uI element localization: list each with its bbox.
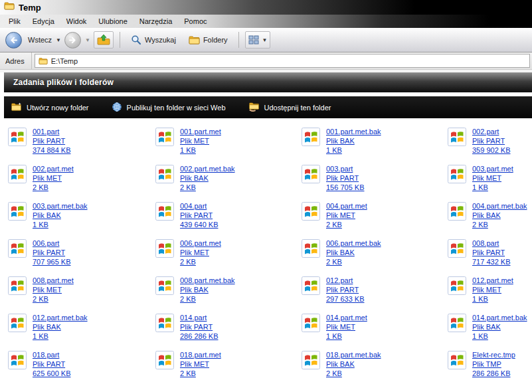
file-tile[interactable]: 002.part Plik PART 359 902 KB [446, 126, 532, 163]
file-name[interactable]: 018.part.met [180, 350, 221, 359]
file-tile[interactable]: 004.part.met.bak Plik BAK 2 KB [446, 201, 532, 238]
file-name[interactable]: 003.part [326, 164, 365, 173]
address-value[interactable]: E:\Temp [51, 57, 78, 65]
windows-file-icon[interactable] [300, 201, 321, 222]
file-tile[interactable]: 014.part.met Plik MET 1 KB [300, 312, 446, 349]
up-button[interactable] [94, 31, 114, 49]
file-tile[interactable]: 018.part.met.bak Plik BAK 2 KB [300, 349, 446, 387]
file-tile[interactable]: 012.part Plik PART 297 633 KB [300, 275, 446, 312]
windows-file-icon[interactable] [7, 349, 28, 371]
file-tile[interactable]: 006.part Plik PART 707 965 KB [7, 238, 154, 275]
windows-file-icon[interactable] [154, 275, 175, 296]
file-tile[interactable]: 012.part.met.bak Plik BAK 1 KB [7, 312, 154, 349]
file-name[interactable]: 012.part [326, 276, 365, 285]
menu-item-widok[interactable]: Widok [60, 17, 93, 25]
windows-file-icon[interactable] [446, 238, 468, 259]
folders-button-label[interactable]: Foldery [203, 36, 228, 44]
file-tile[interactable]: 008.part.met.bak Plik BAK 2 KB [154, 275, 300, 312]
file-tile[interactable]: 006.part.met.bak Plik BAK 2 KB [300, 238, 446, 275]
windows-file-icon[interactable] [446, 275, 468, 296]
back-dropdown-chevron-icon[interactable]: ▼ [56, 37, 61, 43]
file-name[interactable]: 004.part.met [326, 201, 367, 211]
file-tile[interactable]: 002.part.met Plik MET 2 KB [7, 163, 154, 201]
windows-file-icon[interactable] [154, 238, 175, 259]
file-tile[interactable]: 004.part Plik PART 439 640 KB [154, 201, 300, 238]
file-tile[interactable]: Elekt-rec.tmp Plik TMP 286 286 KB [446, 349, 532, 387]
file-name[interactable]: 012.part.met [472, 276, 513, 285]
windows-file-icon[interactable] [7, 126, 28, 147]
task-label[interactable]: Udostępnij ten folder [264, 104, 331, 112]
address-input[interactable]: E:\Temp [35, 54, 530, 68]
search-button[interactable]: Wyszukaj [126, 33, 181, 47]
file-tile[interactable]: 003.part.met.bak Plik BAK 1 KB [7, 201, 154, 238]
forward-dropdown-chevron-icon[interactable]: ▼ [85, 37, 90, 43]
windows-file-icon[interactable] [300, 349, 321, 371]
file-name[interactable]: 006.part.met [180, 239, 221, 248]
file-name[interactable]: 003.part.met.bak [33, 201, 88, 211]
file-tile[interactable]: 008.part Plik PART 717 432 KB [446, 238, 532, 275]
windows-file-icon[interactable] [154, 201, 175, 222]
file-name[interactable]: 008.part [472, 239, 511, 248]
menu-item-ulubione[interactable]: Ulubione [92, 17, 133, 25]
file-name[interactable]: 004.part.met.bak [472, 201, 527, 211]
back-button[interactable] [5, 32, 22, 49]
file-name[interactable]: 018.part [33, 350, 71, 359]
file-name[interactable]: 001.part.met.bak [326, 127, 381, 136]
task-share-folder[interactable]: Udostępnij ten folder [248, 102, 331, 113]
file-tile[interactable]: 018.part.met Plik MET 2 KB [154, 349, 300, 387]
windows-file-icon[interactable] [446, 126, 468, 147]
file-tile[interactable]: 003.part.met Plik MET 1 KB [446, 163, 532, 201]
folders-button[interactable]: Foldery [184, 33, 232, 47]
menu-item-edycja[interactable]: Edycja [27, 17, 60, 25]
windows-file-icon[interactable] [7, 275, 28, 296]
file-name[interactable]: 004.part [180, 201, 219, 211]
file-name[interactable]: 008.part.met [33, 276, 74, 285]
windows-file-icon[interactable] [446, 312, 468, 334]
file-tile[interactable]: 001.part.met.bak Plik BAK 1 KB [300, 126, 446, 163]
file-tile[interactable]: 014.part.met.bak Plik BAK 1 KB [446, 312, 532, 349]
file-name[interactable]: 002.part.met.bak [180, 164, 235, 173]
task-create-new-folder[interactable]: Utwórz nowy folder [11, 102, 89, 113]
windows-file-icon[interactable] [300, 275, 321, 296]
windows-file-icon[interactable] [154, 349, 175, 371]
search-button-label[interactable]: Wyszukaj [145, 36, 176, 44]
file-tile[interactable]: 003.part Plik PART 156 705 KB [300, 163, 446, 201]
file-tile[interactable]: 006.part.met Plik MET 2 KB [154, 238, 300, 275]
windows-file-icon[interactable] [154, 312, 175, 334]
windows-file-icon[interactable] [7, 238, 28, 259]
windows-file-icon[interactable] [300, 238, 321, 259]
file-name[interactable]: 001.part [33, 127, 71, 136]
file-name[interactable]: 001.part.met [180, 127, 221, 136]
file-tile[interactable]: 002.part.met.bak Plik BAK 2 KB [154, 163, 300, 201]
file-name[interactable]: Elekt-rec.tmp [472, 350, 515, 359]
file-tile[interactable]: 014.part Plik PART 286 286 KB [154, 312, 300, 349]
file-name[interactable]: 002.part.met [33, 164, 74, 173]
windows-file-icon[interactable] [300, 312, 321, 334]
menu-item-narzędzia[interactable]: Narzędzia [133, 17, 179, 25]
windows-file-icon[interactable] [446, 163, 468, 185]
menu-item-pomoc[interactable]: Pomoc [178, 17, 213, 25]
file-tile[interactable]: 008.part.met Plik MET 2 KB [7, 275, 154, 312]
windows-file-icon[interactable] [300, 163, 321, 185]
file-tile[interactable]: 001.part.met Plik MET 1 KB [154, 126, 300, 163]
windows-file-icon[interactable] [154, 126, 175, 147]
task-label[interactable]: Utwórz nowy folder [27, 104, 89, 112]
file-name[interactable]: 014.part.met.bak [472, 313, 527, 322]
task-publish-folder-web[interactable]: Publikuj ten folder w sieci Web [112, 102, 226, 114]
views-button[interactable]: ▼ [245, 31, 271, 49]
windows-file-icon[interactable] [7, 312, 28, 334]
file-tile[interactable]: 012.part.met Plik MET 1 KB [446, 275, 532, 312]
file-name[interactable]: 002.part [472, 127, 511, 136]
file-name[interactable]: 014.part [180, 313, 219, 322]
file-tile[interactable]: 018.part Plik PART 625 600 KB [7, 349, 154, 387]
file-name[interactable]: 018.part.met.bak [326, 350, 381, 359]
windows-file-icon[interactable] [446, 349, 468, 371]
file-tile[interactable]: 001.part Plik PART 374 884 KB [7, 126, 154, 163]
windows-file-icon[interactable] [446, 201, 468, 222]
forward-button[interactable] [64, 32, 81, 49]
file-name[interactable]: 014.part.met [326, 313, 367, 322]
windows-file-icon[interactable] [7, 163, 28, 185]
file-name[interactable]: 008.part.met.bak [180, 276, 235, 285]
file-name[interactable]: 006.part [33, 239, 71, 248]
windows-file-icon[interactable] [300, 126, 321, 147]
